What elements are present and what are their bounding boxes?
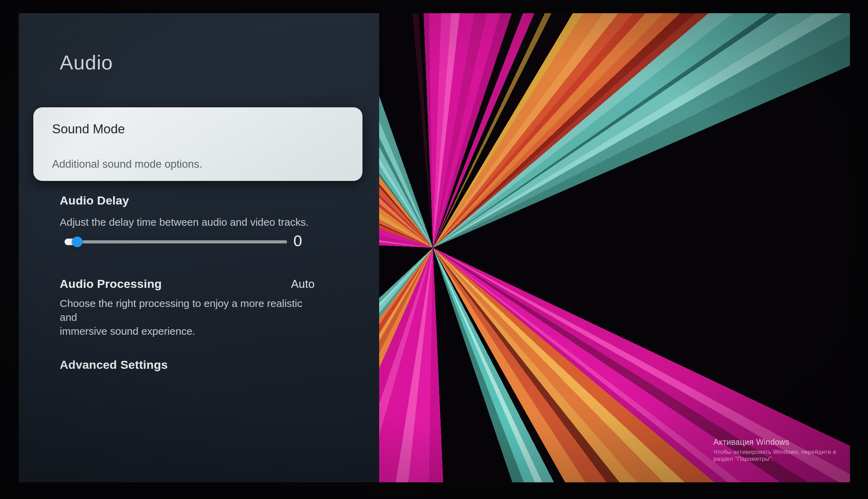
tv-photo: Audio Sound Mode Additional sound mode o…	[0, 0, 868, 499]
slider-thumb[interactable]	[72, 236, 83, 247]
watermark-title: Активация Windows	[713, 438, 850, 447]
watermark-subtitle: Чтобы активировать Windows, перейдите в …	[713, 449, 850, 463]
audio-processing-description: Choose the right processing to enjoy a m…	[60, 297, 307, 338]
sound-mode-item[interactable]: Sound Mode Additional sound mode options…	[33, 107, 362, 181]
windows-activation-watermark: Активация Windows Чтобы активировать Win…	[713, 438, 850, 463]
audio-processing-label: Audio Processing	[60, 277, 162, 291]
abstract-rays-wallpaper: Активация Windows Чтобы активировать Win…	[379, 13, 850, 482]
sound-mode-description: Additional sound mode options.	[52, 158, 202, 171]
audio-processing-description-line1: Choose the right processing to enjoy a m…	[60, 297, 307, 324]
audio-delay-label: Audio Delay	[60, 194, 129, 207]
advanced-settings-item[interactable]: Advanced Settings	[60, 358, 168, 372]
audio-processing-item[interactable]: Audio Processing Auto	[60, 277, 315, 291]
audio-processing-value: Auto	[291, 277, 315, 291]
audio-delay-slider[interactable]: 0	[60, 226, 302, 251]
slider-track[interactable]	[66, 240, 287, 243]
audio-delay-value: 0	[293, 232, 302, 250]
page-title: Audio	[60, 51, 113, 74]
audio-settings-panel: Audio Sound Mode Additional sound mode o…	[19, 13, 379, 482]
audio-processing-description-line2: immersive sound experience.	[60, 324, 307, 338]
tv-screen: Audio Sound Mode Additional sound mode o…	[19, 13, 850, 482]
sound-mode-label: Sound Mode	[52, 122, 125, 136]
